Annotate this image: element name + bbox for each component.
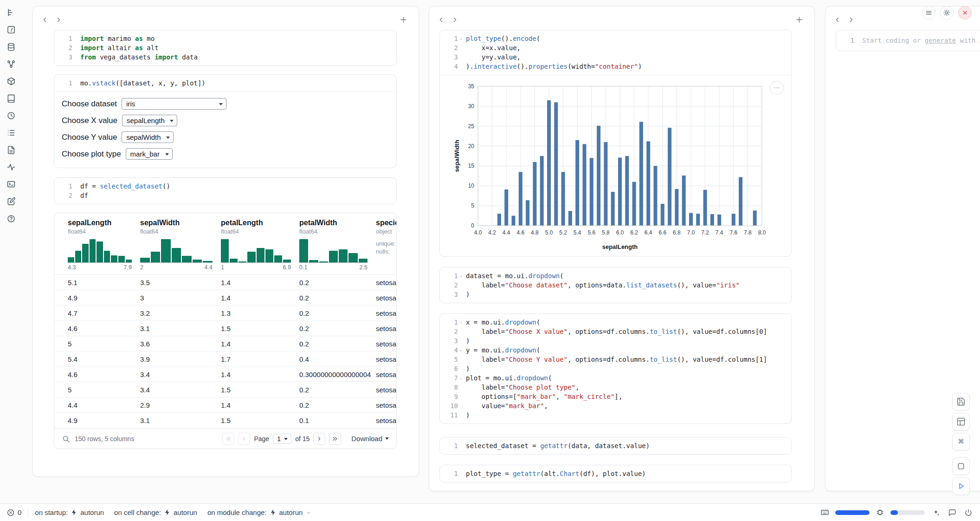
svg-text:6.6: 6.6 xyxy=(658,229,666,236)
svg-text:8.0: 8.0 xyxy=(758,229,766,236)
panel-graph-nodes-button[interactable] xyxy=(4,58,18,71)
download-button[interactable]: Download xyxy=(351,435,389,443)
command-icon: ⌘ xyxy=(956,437,966,446)
bar-chart[interactable]: 4.04.24.44.64.85.05.25.45.65.86.06.26.46… xyxy=(453,80,778,253)
table-row[interactable]: 4.931.40.2setosa xyxy=(54,290,396,306)
panel-package-button[interactable] xyxy=(4,75,18,88)
table-row[interactable]: 5.13.51.40.2setosa xyxy=(54,275,396,290)
svg-text:4.6: 4.6 xyxy=(516,229,524,236)
panel-clock-button[interactable] xyxy=(4,109,18,122)
code-editor[interactable]: 1⌄234plot_type().encode( x=x.value, y=y.… xyxy=(440,30,791,75)
chevron-right-icon xyxy=(451,15,459,24)
layout-button[interactable] xyxy=(952,413,970,430)
column-scroll-left-button[interactable] xyxy=(38,13,52,26)
line-numbers: 1⌄234 xyxy=(443,34,464,71)
marimo-app: f 123import marimo as moimport altair as… xyxy=(0,0,980,521)
chart-menu-button[interactable] xyxy=(770,81,784,95)
cell-selected-dataset[interactable]: 1selected_dataset = getattr(data, datase… xyxy=(439,437,792,455)
line-numbers: 123 xyxy=(57,34,78,62)
panel-scratchpad-button[interactable] xyxy=(4,195,18,208)
table-row[interactable]: 53.41.50.2setosa xyxy=(54,382,396,397)
keyboard-shortcuts-button[interactable]: ⌘ xyxy=(952,433,970,450)
panel-function-square-button[interactable]: f xyxy=(4,23,18,36)
code-editor[interactable]: 1mo.vstack([dataset, x, y, plot]) xyxy=(54,75,396,91)
column-header[interactable]: petalWidthfloat640.12.5 xyxy=(299,219,376,271)
svg-text:15: 15 xyxy=(468,163,475,169)
table-row[interactable]: 5.43.91.70.4setosa xyxy=(54,352,396,367)
ai-assistant-button[interactable] xyxy=(931,508,941,518)
panel-book-button[interactable] xyxy=(4,92,18,105)
last-page-button[interactable] xyxy=(329,433,341,445)
cell-df[interactable]: 12df = selected_dataset()df xyxy=(54,177,397,204)
settings-button[interactable] xyxy=(940,6,954,20)
table-row[interactable]: 4.93.11.50.1setosa xyxy=(54,413,396,428)
column-scroll-right-button[interactable] xyxy=(52,13,65,26)
empty-cell[interactable]: 1 Start coding or generate with AI xyxy=(836,30,980,51)
svg-text:6.4: 6.4 xyxy=(645,229,652,236)
shutdown-button[interactable] xyxy=(963,508,974,518)
code-lines: dataset = mo.ui.dropdown( label="Choose … xyxy=(464,271,786,299)
app-view-button[interactable] xyxy=(952,457,970,475)
statusbar-right xyxy=(820,508,974,518)
runtime-config-chip[interactable]: on cell change:autorun xyxy=(114,508,197,516)
errors-indicator[interactable]: 0 xyxy=(6,508,21,517)
panel-list-button[interactable] xyxy=(4,126,18,139)
column-header[interactable]: sepalWidthfloat6424.4 xyxy=(140,219,221,271)
column-scroll-left-button[interactable] xyxy=(830,13,844,26)
add-cell-button[interactable] xyxy=(792,13,806,26)
table-row[interactable]: 4.63.11.50.2setosa xyxy=(54,321,396,336)
panel-activity-button[interactable] xyxy=(4,161,18,174)
column-scroll-left-button[interactable] xyxy=(434,13,448,26)
control-label: Choose X value xyxy=(62,116,117,125)
table-row[interactable]: 4.42.91.40.2setosa xyxy=(54,397,396,413)
close-button[interactable] xyxy=(958,6,972,20)
cell-plot-type[interactable]: 1plot_type = getattr(alt.Chart(df), plot… xyxy=(439,465,792,482)
panel-notebook-tree-button[interactable] xyxy=(4,6,18,19)
cell-xy-plot-dropdowns[interactable]: 1⌄234⌄567⌄891011x = mo.ui.dropdown( labe… xyxy=(439,313,792,424)
svg-text:30: 30 xyxy=(468,103,475,110)
svg-text:6.8: 6.8 xyxy=(673,229,681,236)
keyboard-icon[interactable] xyxy=(820,508,829,517)
next-page-button[interactable] xyxy=(313,433,325,445)
y-value-select[interactable]: sepalWidth xyxy=(122,131,174,143)
table-row[interactable]: 4.73.21.30.2setosa xyxy=(54,306,396,321)
chevron-down-icon xyxy=(385,437,389,440)
run-button[interactable] xyxy=(952,477,970,495)
save-button[interactable] xyxy=(952,393,970,410)
column-header[interactable]: petalLengthfloat6416.9 xyxy=(221,219,299,271)
dataset-select[interactable]: iris xyxy=(122,98,226,110)
cell-dataset-dropdown[interactable]: 1⌄23dataset = mo.ui.dropdown( label="Cho… xyxy=(439,267,792,303)
table-footer: 150 rows, 5 columns Page 1 of 15 Downloa… xyxy=(54,428,396,449)
feedback-button[interactable] xyxy=(947,508,957,518)
floating-actions-top: ⌘ xyxy=(952,393,970,450)
plot-type-select[interactable]: mark_bar xyxy=(126,148,173,160)
column-scroll-right-button[interactable] xyxy=(448,13,462,26)
prev-page-button[interactable] xyxy=(238,433,250,445)
column-scroll-right-button[interactable] xyxy=(844,13,858,26)
menu-button[interactable] xyxy=(922,6,935,20)
column-header[interactable]: speciesobjectunique:nulls: xyxy=(376,219,396,271)
add-cell-button[interactable] xyxy=(396,13,410,26)
svg-text:35: 35 xyxy=(468,83,475,90)
x-value-select[interactable]: sepalLength xyxy=(122,115,177,126)
page-select[interactable]: 1 xyxy=(273,434,291,444)
panel-database-button[interactable] xyxy=(4,40,18,53)
table-row[interactable]: 53.61.40.2setosa xyxy=(54,336,396,352)
panel-terminal-chat-button[interactable] xyxy=(4,178,18,191)
generate-with-ai-link[interactable]: generate xyxy=(925,37,956,44)
svg-text:4.8: 4.8 xyxy=(531,229,539,236)
runtime-config-chip[interactable]: on module change:autorun xyxy=(207,508,312,516)
runtime-config-chip[interactable]: on startup:autorun xyxy=(35,508,104,516)
control-row: Choose X valuesepalLength xyxy=(62,115,389,126)
line-numbers: 1 xyxy=(839,36,860,45)
column-histogram xyxy=(68,239,132,263)
cell-imports[interactable]: 123import marimo as moimport altair as a… xyxy=(54,30,397,66)
panel-file-text-button[interactable] xyxy=(4,143,18,156)
column-header[interactable]: sepalLengthfloat644.37.9 xyxy=(68,219,140,271)
chat-bubble-icon xyxy=(948,508,956,517)
panel-help-button[interactable] xyxy=(4,212,18,225)
search-icon[interactable] xyxy=(62,435,70,443)
table-row[interactable]: 4.63.41.40.30000000000000004setosa xyxy=(54,367,396,382)
first-page-button[interactable] xyxy=(222,433,234,445)
gear-icon xyxy=(943,9,951,17)
